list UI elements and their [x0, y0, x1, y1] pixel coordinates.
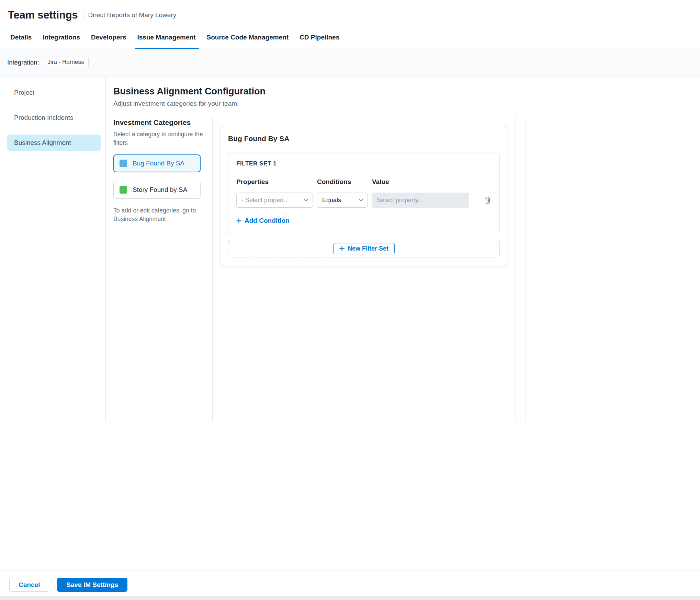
- cancel-button[interactable]: Cancel: [9, 578, 49, 592]
- title-divider: [83, 10, 83, 20]
- category-color-swatch-blue: [120, 160, 127, 167]
- new-filter-set-zone: New Filter Set: [228, 240, 500, 257]
- tab-issue-management[interactable]: Issue Management: [132, 27, 201, 49]
- chevron-down-icon: [359, 199, 363, 201]
- sidebar: Project Production Incidents Business Al…: [0, 77, 106, 422]
- page-footer: Cancel Save IM Settings: [0, 570, 700, 592]
- conditions-column-label: Conditions: [317, 178, 368, 186]
- plus-icon: [339, 246, 345, 251]
- page-header: Team settings Direct Reports of Mary Low…: [0, 0, 700, 27]
- filter-card-title: Bug Found By SA: [228, 135, 500, 142]
- trash-icon: [484, 196, 491, 204]
- condition-select-value: Equals: [322, 197, 341, 204]
- page: Team settings Direct Reports of Mary Low…: [0, 0, 700, 422]
- bottom-strip: [0, 596, 700, 600]
- category-label: Story Found by SA: [133, 186, 187, 194]
- property-select[interactable]: - Select propert...: [236, 193, 313, 208]
- new-filter-set-label: New Filter Set: [348, 245, 388, 252]
- properties-column-label: Properties: [236, 178, 313, 186]
- scrollbar-track[interactable]: [515, 116, 526, 422]
- value-column-label: Value: [372, 178, 469, 186]
- filter-column-labels: Properties Conditions Value: [236, 178, 491, 186]
- category-button-story-found-by-sa[interactable]: Story Found by SA: [113, 181, 201, 199]
- filter-card: Bug Found By SA FILTER SET 1 Properties …: [221, 126, 507, 266]
- integration-chip[interactable]: Jira - Harness: [43, 57, 89, 68]
- tab-bar: Details Integrations Developers Issue Ma…: [0, 27, 700, 49]
- sidebar-item-production-incidents[interactable]: Production Incidents: [7, 109, 101, 126]
- category-color-swatch-green: [120, 186, 127, 194]
- investment-categories-title: Investment Categories: [113, 118, 206, 127]
- category-list: Bug Found By SA Story Found by SA: [113, 154, 206, 199]
- filter-set-title: FILTER SET 1: [236, 160, 491, 167]
- integration-label: Integration:: [7, 59, 39, 66]
- property-select-value: - Select propert...: [241, 197, 289, 204]
- condition-select[interactable]: Equals: [317, 193, 368, 208]
- main-panel: Business Alignment Configuration Adjust …: [106, 77, 700, 422]
- categories-footnote: To add or edit categories, go to Busines…: [113, 206, 206, 223]
- tab-details[interactable]: Details: [5, 27, 37, 49]
- new-filter-set-button[interactable]: New Filter Set: [333, 243, 395, 254]
- investment-categories-help: Select a category to configure the filte…: [113, 130, 206, 147]
- add-condition-label: Add Condition: [245, 217, 290, 225]
- configuration-columns: Investment Categories Select a category …: [113, 118, 700, 422]
- value-input[interactable]: [372, 193, 469, 208]
- sidebar-item-business-alignment[interactable]: Business Alignment: [7, 135, 101, 151]
- add-condition-button[interactable]: Add Condition: [236, 217, 290, 225]
- tab-developers[interactable]: Developers: [86, 27, 132, 49]
- investment-categories-column: Investment Categories Select a category …: [113, 118, 213, 422]
- plus-icon: [236, 218, 241, 223]
- filter-set: FILTER SET 1 Properties Conditions Value…: [228, 152, 500, 234]
- tab-integrations[interactable]: Integrations: [37, 27, 86, 49]
- sidebar-item-project[interactable]: Project: [7, 84, 101, 101]
- tab-cd-pipelines[interactable]: CD Pipelines: [294, 27, 345, 49]
- section-title: Business Alignment Configuration: [113, 86, 700, 97]
- save-im-settings-button[interactable]: Save IM Settings: [57, 578, 127, 592]
- filter-condition-row: - Select propert... Equals: [236, 193, 491, 208]
- delete-condition-button[interactable]: [483, 195, 493, 205]
- category-label: Bug Found By SA: [133, 160, 184, 167]
- integration-row: Integration: Jira - Harness: [0, 49, 700, 77]
- tab-source-code-management[interactable]: Source Code Management: [201, 27, 294, 49]
- filter-panel-column: Bug Found By SA FILTER SET 1 Properties …: [213, 118, 700, 422]
- section-subtitle: Adjust investment categories for your te…: [113, 100, 700, 107]
- content-area: Project Production Incidents Business Al…: [0, 77, 700, 422]
- category-button-bug-found-by-sa[interactable]: Bug Found By SA: [113, 154, 201, 172]
- page-subtitle: Direct Reports of Mary Lowery: [88, 11, 177, 19]
- page-title: Team settings: [8, 8, 78, 22]
- chevron-down-icon: [304, 199, 308, 201]
